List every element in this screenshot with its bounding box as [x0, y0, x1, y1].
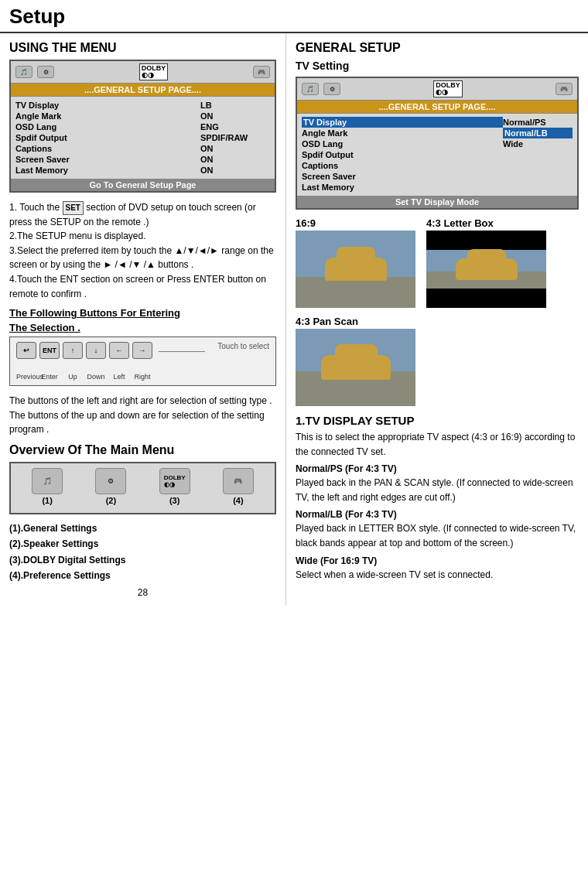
car-letterbox — [456, 258, 518, 280]
tv-letterbox-visual — [426, 250, 546, 289]
instruction-1: 1. Touch the SET section of DVD setup on… — [9, 200, 276, 229]
btn-down[interactable]: ↓ — [86, 342, 106, 359]
remote-icon: 🎮 — [253, 66, 270, 78]
tv-43lb-image — [426, 231, 546, 308]
page-header: Setup — [0, 0, 588, 33]
ov-general-icon: 🎵 (1) — [32, 468, 63, 505]
normalps-heading: Normal/PS (For 4:3 TV) — [296, 463, 579, 474]
label-previous: Previous — [16, 373, 36, 381]
overview-item-3: (3).DOLBY Digital Settings — [9, 552, 276, 568]
menu-item-lastmemory[interactable]: Last Memory — [15, 165, 200, 176]
menu-banner-2: ....GENERAL SETUP PAGE.... — [297, 101, 577, 114]
menu2-item-tv-display[interactable]: TV Display — [302, 117, 503, 128]
tv-panscan-row: 4:3 Pan Scan — [296, 316, 579, 406]
ov-num-2: (2) — [106, 496, 116, 505]
overview-item-4: (4).Preference Settings — [9, 568, 276, 583]
menu-item-tv-display[interactable]: TV Display — [15, 100, 200, 111]
button-row-container: Touch to select ↩ ENT ↑ ↓ ← → —————— Pre… — [9, 337, 276, 386]
menu2-item-spdif[interactable]: Spdif Output — [302, 149, 503, 160]
dolby-logo-2: DOLBY◐◑ — [433, 80, 463, 97]
menu-left-items-2: TV Display Angle Mark OSD Lang Spdif Out… — [302, 117, 503, 193]
menu2-item-lastmemory[interactable]: Last Memory — [302, 182, 503, 193]
arrow-line: —————— — [159, 347, 205, 355]
overview-title: Overview Of The Main Menu — [9, 443, 276, 457]
tv-169-image — [296, 231, 415, 308]
overview-item-2: (2).Speaker Settings — [9, 536, 276, 552]
label-enter: Enter — [39, 373, 60, 381]
overview-box: 🎵 (1) ⚙ (2) DOLBY◐◑ (3) 🎮 (4) — [9, 462, 276, 514]
menu-icons-1: 🎵 ⚙ — [15, 66, 54, 78]
settings-icon: ⚙ — [37, 66, 54, 78]
page-title: Setup — [9, 5, 579, 29]
btn-previous[interactable]: ↩ — [16, 342, 36, 359]
menu2-item-captions[interactable]: Captions — [302, 160, 503, 171]
menu2-item-screensaver[interactable]: Screen Saver — [302, 171, 503, 182]
speaker-settings-icon: ⚙ — [95, 468, 126, 494]
menu2-val-wide[interactable]: Wide — [503, 138, 573, 149]
tv-43lb-label: 4:3 Letter Box — [426, 217, 494, 229]
normalps-body: Played back in the PAN & SCAN style. (If… — [296, 476, 579, 504]
menu-body-2: TV Display Angle Mark OSD Lang Spdif Out… — [297, 114, 577, 196]
disc-icon: 🎵 — [15, 66, 32, 78]
btn-up[interactable]: ↑ — [63, 342, 83, 359]
label-right: Right — [132, 373, 152, 381]
tv-panscan-label: 4:3 Pan Scan — [296, 316, 579, 327]
menu-footer-1[interactable]: Go To General Setup Page — [11, 179, 275, 191]
entering-heading: The Following Buttons For Entering — [9, 307, 276, 319]
menu-val-spdifraw: SPDIF/RAW — [200, 132, 270, 143]
instruction-2: 2.The SETUP menu is displayed. — [9, 229, 276, 244]
menu-left-items-1: TV Display Angle Mark OSD Lang Spdif Out… — [15, 100, 200, 176]
menu-item-captions[interactable]: Captions — [15, 143, 200, 154]
tv-panscan-visual — [296, 329, 415, 406]
btn-right[interactable]: → — [132, 342, 152, 359]
tv-169-item: 16:9 — [296, 217, 415, 308]
ov-speaker-icon: ⚙ (2) — [95, 468, 126, 505]
tv-display-boxes: 16:9 4:3 Letter Box — [296, 217, 579, 308]
btn-enter[interactable]: ENT — [39, 342, 60, 359]
tv-panscan-image — [296, 329, 415, 406]
car-widescreen — [325, 258, 387, 281]
tv-display-setup-heading: 1.TV DISPLAY SETUP — [296, 414, 579, 427]
car-panscan — [321, 355, 391, 380]
menu-item-osd[interactable]: OSD Lang — [15, 121, 200, 132]
page-number: 28 — [9, 587, 276, 598]
menu-right-items-1: LB ON ENG SPDIF/RAW ON ON ON — [200, 100, 270, 176]
menu-item-spdif[interactable]: Spdif Output — [15, 132, 200, 143]
btn-labels-row: Previous Enter Up Down Left Right — [16, 373, 269, 381]
tv-169-label: 16:9 — [296, 217, 316, 229]
menu-footer-2[interactable]: Set TV Display Mode — [297, 196, 577, 208]
tv-display-setup-body: This is to select the appropriate TV asp… — [296, 430, 579, 459]
menu-item-angle[interactable]: Angle Mark — [15, 111, 200, 121]
menu-val-lb: LB — [200, 100, 270, 111]
label-up: Up — [63, 373, 83, 381]
menu-right-items-2: Normal/PS Normal/LB Wide — [503, 117, 573, 193]
disc-icon-2: 🎵 — [302, 83, 319, 95]
settings-icon-2: ⚙ — [323, 83, 340, 95]
label-down: Down — [86, 373, 106, 381]
touch-select-label: Touch to select — [217, 342, 269, 350]
menu2-item-angle[interactable]: Angle Mark — [302, 128, 503, 138]
tv-43lb-item: 4:3 Letter Box — [426, 217, 546, 308]
tv-widescreen-visual — [296, 231, 415, 308]
normallb-body: Played back in LETTER BOX style. (If con… — [296, 521, 579, 550]
menu2-val-normallb[interactable]: Normal/LB — [503, 128, 573, 138]
menu-val-eng: ENG — [200, 121, 270, 132]
main-content: USING THE MENU 🎵 ⚙ DOLBY◐◑ 🎮 ....GENERAL… — [0, 33, 588, 606]
instructions-block: 1. Touch the SET section of DVD setup on… — [9, 200, 276, 301]
preference-settings-icon: 🎮 — [223, 468, 254, 494]
menu-header-1: 🎵 ⚙ DOLBY◐◑ 🎮 — [11, 61, 275, 84]
wide-heading: Wide (For 16:9 TV) — [296, 555, 579, 566]
btn-left[interactable]: ← — [109, 342, 129, 359]
menu2-item-osd[interactable]: OSD Lang — [302, 138, 503, 149]
selection-heading: The Selection . — [9, 322, 276, 333]
general-settings-icon: 🎵 — [32, 468, 63, 494]
instruction-4: 4.Touch the ENT section on screen or Pre… — [9, 272, 276, 301]
right-subsection-title: TV Setting — [296, 60, 579, 72]
menu-val-on4: ON — [200, 165, 270, 176]
general-setup-menu-2: 🎵 ⚙ DOLBY◐◑ 🎮 ....GENERAL SETUP PAGE....… — [296, 77, 579, 210]
menu-item-screensaver[interactable]: Screen Saver — [15, 154, 200, 165]
menu2-val-normalps[interactable]: Normal/PS — [503, 117, 573, 128]
dolby-logo: DOLBY◐◑ — [139, 63, 169, 80]
instruction-3: 3.Select the preferred item by touch the… — [9, 244, 276, 272]
button-description: The buttons of the left and right are fo… — [9, 394, 276, 437]
